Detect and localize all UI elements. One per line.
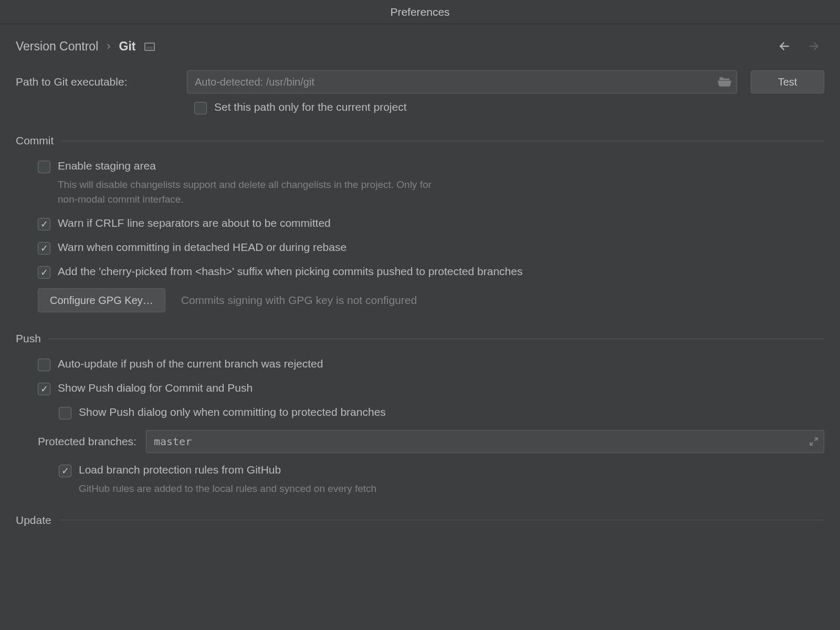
warn-crlf-checkbox[interactable] xyxy=(38,218,50,230)
only-current-project-checkbox[interactable] xyxy=(194,102,207,114)
protected-branches-row: Protected branches: master xyxy=(38,430,824,453)
section-update-header: Update xyxy=(16,514,824,527)
nav-forward-button xyxy=(806,39,821,54)
enable-staging-checkbox[interactable] xyxy=(38,161,50,173)
expand-icon[interactable] xyxy=(809,437,818,446)
warn-detached-row: Warn when committing in detached HEAD or… xyxy=(38,241,824,255)
git-path-row: Path to Git executable: Test xyxy=(16,70,824,93)
show-push-dialog-label: Show Push dialog for Commit and Push xyxy=(58,382,253,394)
enable-staging-group: Enable staging area This will disable ch… xyxy=(38,160,824,206)
test-button-label: Test xyxy=(778,76,797,88)
divider xyxy=(48,339,824,339)
show-push-protected-checkbox[interactable] xyxy=(59,407,71,419)
git-path-label: Path to Git executable: xyxy=(16,76,173,88)
show-push-protected-label: Show Push dialog only when committing to… xyxy=(79,406,386,418)
cherry-pick-suffix-row: Add the 'cherry-picked from <hash>' suff… xyxy=(38,265,824,279)
breadcrumb-parent[interactable]: Version Control xyxy=(16,39,98,54)
warn-detached-checkbox[interactable] xyxy=(38,242,50,255)
show-push-protected-row: Show Push dialog only when committing to… xyxy=(38,406,824,419)
load-github-checkbox[interactable] xyxy=(59,465,71,477)
section-push-header: Push xyxy=(16,332,824,345)
auto-update-row: Auto-update if push of the current branc… xyxy=(38,358,824,371)
window-title-bar: Preferences xyxy=(0,0,840,24)
section-update-title: Update xyxy=(16,514,51,527)
breadcrumb-current: Git xyxy=(119,39,136,54)
divider xyxy=(61,141,824,141)
history-nav xyxy=(777,39,824,54)
warn-crlf-row: Warn if CRLF line separators are about t… xyxy=(38,217,824,230)
protected-branches-label: Protected branches: xyxy=(38,435,136,448)
warn-crlf-label: Warn if CRLF line separators are about t… xyxy=(58,217,331,229)
git-path-input[interactable] xyxy=(195,71,713,93)
configure-gpg-label: Configure GPG Key… xyxy=(50,295,153,307)
preferences-content: Version Control › Git Path to Git execut… xyxy=(0,24,840,527)
show-push-dialog-row: Show Push dialog for Commit and Push xyxy=(38,382,824,395)
enable-staging-label: Enable staging area xyxy=(58,160,156,172)
section-push-title: Push xyxy=(16,332,41,345)
protected-branches-input[interactable]: master xyxy=(146,430,824,453)
git-path-input-wrapper[interactable] xyxy=(187,70,737,93)
cherry-pick-suffix-label: Add the 'cherry-picked from <hash>' suff… xyxy=(58,265,522,278)
enable-staging-hint: This will disable changelists support an… xyxy=(58,177,441,206)
configure-gpg-button[interactable]: Configure GPG Key… xyxy=(38,288,165,312)
only-current-project-label: Set this path only for the current proje… xyxy=(214,101,407,113)
auto-update-checkbox[interactable] xyxy=(38,359,50,371)
load-github-label: Load branch protection rules from GitHub xyxy=(79,464,281,476)
nav-back-button[interactable] xyxy=(777,39,792,54)
gpg-status-text: Commits signing with GPG key is not conf… xyxy=(181,292,417,308)
section-commit-header: Commit xyxy=(16,134,824,147)
divider xyxy=(59,520,824,520)
gpg-row: Configure GPG Key… Commits signing with … xyxy=(38,288,824,312)
breadcrumb: Version Control › Git xyxy=(16,39,155,54)
browse-folder-icon[interactable] xyxy=(718,75,731,89)
breadcrumb-separator: › xyxy=(107,39,110,53)
push-options: Auto-update if push of the current branc… xyxy=(16,358,824,496)
load-github-hint: GitHub rules are added to the local rule… xyxy=(79,481,824,496)
breadcrumb-row: Version Control › Git xyxy=(16,39,824,54)
auto-update-label: Auto-update if push of the current branc… xyxy=(58,358,323,370)
project-scope-icon xyxy=(144,43,155,51)
section-commit-title: Commit xyxy=(16,134,54,147)
test-button[interactable]: Test xyxy=(751,70,824,93)
show-push-dialog-checkbox[interactable] xyxy=(38,383,50,395)
load-github-group: Load branch protection rules from GitHub… xyxy=(38,464,824,496)
cherry-pick-suffix-checkbox[interactable] xyxy=(38,266,50,279)
warn-detached-label: Warn when committing in detached HEAD or… xyxy=(58,241,346,254)
commit-options: Enable staging area This will disable ch… xyxy=(16,160,824,312)
protected-branches-value: master xyxy=(154,435,192,448)
only-current-project-row: Set this path only for the current proje… xyxy=(194,101,824,114)
window-title: Preferences xyxy=(390,6,449,18)
